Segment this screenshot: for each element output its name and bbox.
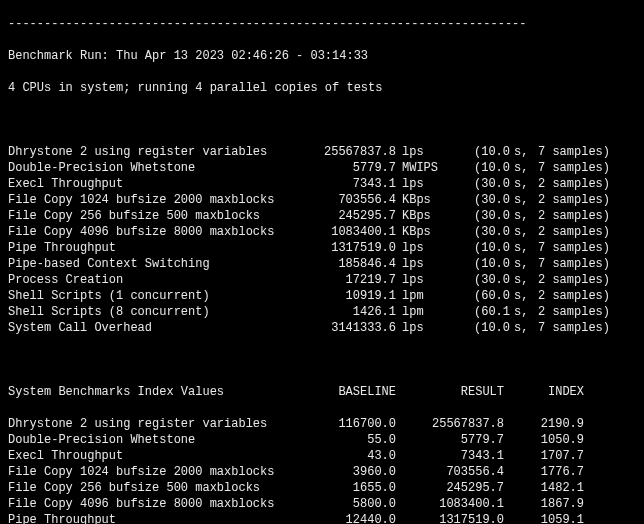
result-unit: lpm — [396, 288, 450, 304]
index-baseline: 5800.0 — [308, 496, 396, 512]
result-name: Execl Throughput — [8, 176, 308, 192]
index-baseline: 43.0 — [308, 448, 396, 464]
result-samples: 2 samples) — [538, 272, 628, 288]
result-unit: lps — [396, 320, 450, 336]
result-name: Shell Scripts (8 concurrent) — [8, 304, 308, 320]
result-value: 185846.4 — [308, 256, 396, 272]
result-unit: lps — [396, 176, 450, 192]
index-row: Dhrystone 2 using register variables1167… — [8, 416, 636, 432]
result-row: Pipe-based Context Switching185846.4lps(… — [8, 256, 636, 272]
result-row: Process Creation17219.7lps(30.0s,2 sampl… — [8, 272, 636, 288]
index-row: File Copy 4096 bufsize 8000 maxblocks580… — [8, 496, 636, 512]
result-name: Pipe Throughput — [8, 240, 308, 256]
result-row: Shell Scripts (8 concurrent)1426.1lpm(60… — [8, 304, 636, 320]
cpu-info-line: 4 CPUs in system; running 4 parallel cop… — [8, 80, 636, 96]
terminal-output: ----------------------------------------… — [0, 0, 644, 524]
benchmark-run-line: Benchmark Run: Thu Apr 13 2023 02:46:26 … — [8, 48, 636, 64]
result-time: (60.0 — [450, 288, 510, 304]
index-name: File Copy 1024 bufsize 2000 maxblocks — [8, 464, 308, 480]
index-baseline: 116700.0 — [308, 416, 396, 432]
result-time: (60.1 — [450, 304, 510, 320]
result-time: (10.0 — [450, 240, 510, 256]
result-value: 1317519.0 — [308, 240, 396, 256]
result-unit: MWIPS — [396, 160, 450, 176]
index-value: 1482.1 — [504, 480, 584, 496]
index-baseline: 1655.0 — [308, 480, 396, 496]
result-row: Pipe Throughput1317519.0lps(10.0s,7 samp… — [8, 240, 636, 256]
result-seconds: s, — [510, 240, 538, 256]
index-value: 1867.9 — [504, 496, 584, 512]
result-samples: 7 samples) — [538, 240, 628, 256]
index-name: Execl Throughput — [8, 448, 308, 464]
index-value: 1059.1 — [504, 512, 584, 524]
result-unit: KBps — [396, 224, 450, 240]
index-value: 1050.9 — [504, 432, 584, 448]
index-name: File Copy 256 bufsize 500 maxblocks — [8, 480, 308, 496]
result-time: (30.0 — [450, 192, 510, 208]
index-value: 1776.7 — [504, 464, 584, 480]
results-block: Dhrystone 2 using register variables2556… — [8, 144, 636, 336]
result-seconds: s, — [510, 224, 538, 240]
index-name: File Copy 4096 bufsize 8000 maxblocks — [8, 496, 308, 512]
result-value: 1426.1 — [308, 304, 396, 320]
index-row: Pipe Throughput12440.01317519.01059.1 — [8, 512, 636, 524]
index-header-result: RESULT — [396, 384, 504, 400]
result-name: Dhrystone 2 using register variables — [8, 144, 308, 160]
index-result: 7343.1 — [396, 448, 504, 464]
result-name: System Call Overhead — [8, 320, 308, 336]
result-row: File Copy 1024 bufsize 2000 maxblocks703… — [8, 192, 636, 208]
index-result: 703556.4 — [396, 464, 504, 480]
index-header-row: System Benchmarks Index ValuesBASELINERE… — [8, 384, 636, 400]
result-seconds: s, — [510, 304, 538, 320]
result-samples: 7 samples) — [538, 256, 628, 272]
result-unit: lps — [396, 144, 450, 160]
result-seconds: s, — [510, 160, 538, 176]
index-result: 5779.7 — [396, 432, 504, 448]
result-seconds: s, — [510, 256, 538, 272]
index-row: Double-Precision Whetstone55.05779.71050… — [8, 432, 636, 448]
result-value: 7343.1 — [308, 176, 396, 192]
index-baseline: 3960.0 — [308, 464, 396, 480]
result-name: Pipe-based Context Switching — [8, 256, 308, 272]
result-time: (10.0 — [450, 160, 510, 176]
index-result: 1317519.0 — [396, 512, 504, 524]
result-samples: 2 samples) — [538, 176, 628, 192]
result-value: 245295.7 — [308, 208, 396, 224]
result-samples: 2 samples) — [538, 224, 628, 240]
result-row: File Copy 256 bufsize 500 maxblocks24529… — [8, 208, 636, 224]
index-block: Dhrystone 2 using register variables1167… — [8, 416, 636, 524]
result-value: 17219.7 — [308, 272, 396, 288]
index-name: Double-Precision Whetstone — [8, 432, 308, 448]
index-result: 25567837.8 — [396, 416, 504, 432]
result-unit: KBps — [396, 192, 450, 208]
index-baseline: 12440.0 — [308, 512, 396, 524]
result-samples: 2 samples) — [538, 304, 628, 320]
result-unit: lps — [396, 240, 450, 256]
index-header-baseline: BASELINE — [308, 384, 396, 400]
result-time: (10.0 — [450, 320, 510, 336]
index-result: 1083400.1 — [396, 496, 504, 512]
divider-top: ----------------------------------------… — [8, 16, 636, 32]
result-time: (30.0 — [450, 176, 510, 192]
result-time: (30.0 — [450, 272, 510, 288]
result-samples: 7 samples) — [538, 160, 628, 176]
result-value: 1083400.1 — [308, 224, 396, 240]
result-name: File Copy 1024 bufsize 2000 maxblocks — [8, 192, 308, 208]
result-name: Shell Scripts (1 concurrent) — [8, 288, 308, 304]
result-time: (30.0 — [450, 224, 510, 240]
result-samples: 2 samples) — [538, 208, 628, 224]
index-header-title: System Benchmarks Index Values — [8, 384, 308, 400]
result-time: (10.0 — [450, 144, 510, 160]
result-value: 10919.1 — [308, 288, 396, 304]
blank-line — [8, 112, 636, 128]
result-samples: 2 samples) — [538, 192, 628, 208]
result-unit: lps — [396, 256, 450, 272]
result-seconds: s, — [510, 272, 538, 288]
result-seconds: s, — [510, 176, 538, 192]
index-header-index: INDEX — [504, 384, 584, 400]
result-name: File Copy 256 bufsize 500 maxblocks — [8, 208, 308, 224]
index-name: Pipe Throughput — [8, 512, 308, 524]
result-row: Dhrystone 2 using register variables2556… — [8, 144, 636, 160]
result-name: Process Creation — [8, 272, 308, 288]
result-seconds: s, — [510, 192, 538, 208]
